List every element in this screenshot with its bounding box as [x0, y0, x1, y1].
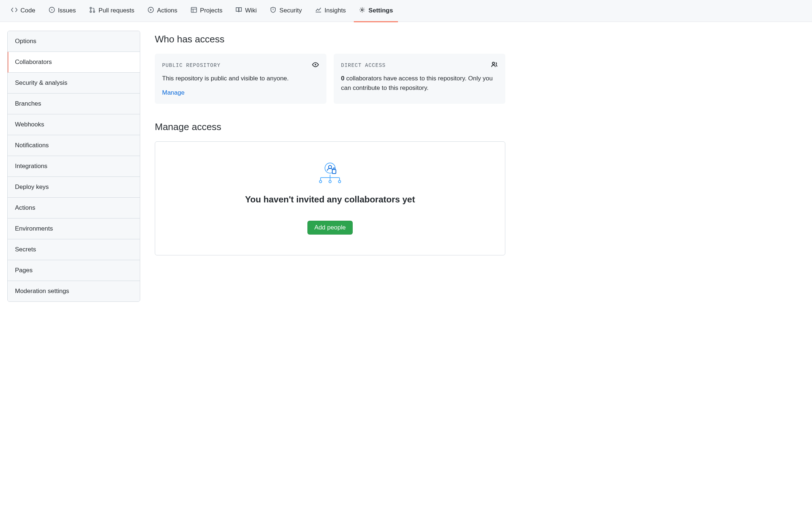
- add-people-button[interactable]: Add people: [307, 221, 353, 235]
- manage-access-heading: Manage access: [155, 121, 505, 133]
- direct-access-text-rest: collaborators have access to this reposi…: [341, 75, 493, 91]
- sidenav-label: Deploy keys: [15, 183, 49, 190]
- tab-wiki[interactable]: Wiki: [230, 0, 262, 22]
- tab-actions[interactable]: Actions: [142, 0, 183, 22]
- tab-code[interactable]: Code: [6, 0, 41, 22]
- svg-point-7: [361, 9, 363, 11]
- svg-point-2: [90, 7, 91, 8]
- people-icon: [491, 61, 498, 69]
- direct-access-card: DIRECT ACCESS 0 collaborators have acces…: [334, 54, 505, 104]
- sidenav-item-branches[interactable]: Branches: [8, 94, 140, 114]
- tab-label: Actions: [157, 7, 177, 14]
- svg-rect-12: [332, 170, 336, 174]
- sidenav-item-actions[interactable]: Actions: [8, 198, 140, 218]
- svg-point-3: [90, 11, 91, 12]
- sidenav-label: Secrets: [15, 246, 36, 253]
- sidenav-item-deploy-keys[interactable]: Deploy keys: [8, 177, 140, 198]
- sidenav-item-pages[interactable]: Pages: [8, 260, 140, 281]
- play-icon: [148, 7, 154, 15]
- tab-insights[interactable]: Insights: [310, 0, 351, 22]
- public-repo-text: This repository is public and visible to…: [162, 74, 319, 83]
- issue-icon: [49, 7, 55, 15]
- svg-rect-6: [191, 7, 197, 12]
- tab-pull-requests[interactable]: Pull requests: [84, 0, 139, 22]
- tab-projects[interactable]: Projects: [185, 0, 227, 22]
- direct-access-label: DIRECT ACCESS: [341, 62, 386, 68]
- sidenav-label: Branches: [15, 100, 41, 107]
- sidenav-label: Integrations: [15, 163, 47, 170]
- svg-point-11: [329, 165, 332, 168]
- sidenav-item-webhooks[interactable]: Webhooks: [8, 114, 140, 135]
- tab-settings[interactable]: Settings: [354, 0, 398, 22]
- sidenav-item-integrations[interactable]: Integrations: [8, 156, 140, 177]
- sidenav-item-moderation[interactable]: Moderation settings: [8, 281, 140, 301]
- sidenav-label: Options: [15, 38, 37, 45]
- sidenav-label: Actions: [15, 204, 35, 211]
- sidenav-label: Collaborators: [15, 58, 52, 65]
- sidenav-item-environments[interactable]: Environments: [8, 218, 140, 239]
- book-icon: [235, 7, 242, 15]
- sidenav-item-notifications[interactable]: Notifications: [8, 135, 140, 156]
- sidenav-label: Notifications: [15, 142, 49, 149]
- svg-point-4: [93, 11, 95, 12]
- tab-label: Security: [279, 7, 302, 14]
- tab-label: Code: [20, 7, 35, 14]
- svg-point-15: [338, 180, 341, 182]
- project-icon: [191, 7, 197, 15]
- tab-label: Pull requests: [99, 7, 134, 14]
- shield-icon: [270, 7, 276, 15]
- manage-visibility-link[interactable]: Manage: [162, 89, 184, 96]
- svg-point-9: [493, 62, 495, 64]
- sidenav-item-secrets[interactable]: Secrets: [8, 239, 140, 260]
- tab-label: Projects: [200, 7, 222, 14]
- collaborators-empty-icon: [317, 162, 343, 184]
- tab-security[interactable]: Security: [265, 0, 307, 22]
- sidenav-label: Environments: [15, 225, 53, 232]
- tab-label: Wiki: [245, 7, 257, 14]
- pr-icon: [89, 7, 96, 15]
- sidenav-item-security-analysis[interactable]: Security & analysis: [8, 73, 140, 94]
- direct-access-text: 0 collaborators have access to this repo…: [341, 74, 498, 92]
- sidenav-item-options[interactable]: Options: [8, 31, 140, 52]
- code-icon: [11, 7, 18, 15]
- settings-sidenav: Options Collaborators Security & analysi…: [7, 31, 140, 302]
- tab-issues[interactable]: Issues: [43, 0, 81, 22]
- sidenav-label: Security & analysis: [15, 79, 68, 86]
- tab-label: Issues: [58, 7, 76, 14]
- gear-icon: [359, 7, 365, 15]
- public-repo-label: PUBLIC REPOSITORY: [162, 62, 221, 68]
- repo-topnav: Code Issues Pull requests Actions Projec…: [0, 0, 812, 22]
- sidenav-item-collaborators[interactable]: Collaborators: [8, 52, 140, 73]
- settings-content: Who has access PUBLIC REPOSITORY This re…: [155, 31, 505, 302]
- sidenav-label: Webhooks: [15, 121, 44, 128]
- svg-point-1: [51, 9, 52, 10]
- svg-point-14: [329, 180, 331, 182]
- svg-point-13: [319, 180, 322, 182]
- svg-point-8: [315, 64, 316, 65]
- sidenav-label: Moderation settings: [15, 288, 69, 294]
- empty-state-title: You haven't invited any collaborators ye…: [170, 194, 490, 205]
- eye-icon: [312, 61, 319, 69]
- public-repo-card: PUBLIC REPOSITORY This repository is pub…: [155, 54, 326, 104]
- manage-access-box: You haven't invited any collaborators ye…: [155, 141, 505, 255]
- access-heading: Who has access: [155, 34, 505, 45]
- tab-label: Insights: [325, 7, 346, 14]
- sidenav-label: Pages: [15, 267, 32, 274]
- graph-icon: [315, 7, 322, 15]
- tab-label: Settings: [368, 7, 393, 14]
